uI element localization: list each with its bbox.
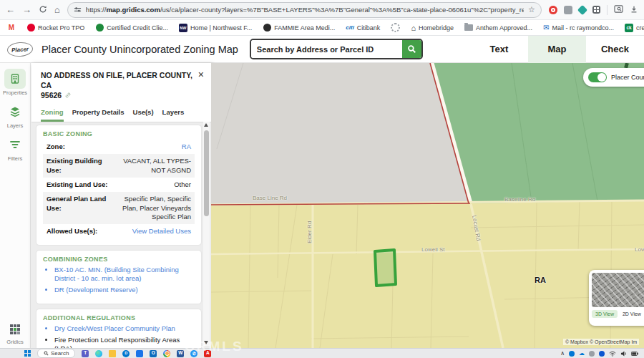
chrome-profile-icon[interactable] — [163, 350, 170, 357]
scrollbar-thumb[interactable] — [204, 130, 209, 216]
unzoned-area — [211, 63, 470, 205]
bookmark-rocket-pro[interactable]: Rocket Pro TPO — [26, 24, 84, 32]
teams-icon[interactable]: T — [82, 350, 89, 357]
view-detailed-uses-link[interactable]: View Detailed Uses — [112, 227, 191, 236]
tab-map[interactable]: Map — [528, 36, 586, 63]
app-icon[interactable] — [136, 350, 143, 357]
close-icon[interactable]: × — [198, 69, 204, 79]
edge-icon[interactable] — [95, 350, 102, 357]
refresh-icon[interactable] — [39, 5, 47, 15]
site-settings-icon[interactable] — [74, 4, 82, 16]
outlook-icon[interactable]: O — [150, 350, 157, 357]
combining-zone-link[interactable]: BX-10 AC. MIN. (Building Site Combining … — [54, 266, 195, 284]
battery-icon[interactable] — [631, 352, 638, 356]
tray-app-icon[interactable] — [589, 351, 595, 357]
bookmark-star-icon[interactable]: ☆ — [528, 6, 535, 14]
map-canvas — [211, 63, 644, 348]
existing-building-use-row: Existing Building Use:VACANT, ALL TYPES-… — [43, 154, 195, 178]
bookmark-northwest[interactable]: NWHome | Northwest F... — [179, 24, 252, 32]
sidebar-item-gridics[interactable]: Gridics — [0, 324, 30, 345]
phone-icon[interactable]: ✆ — [190, 350, 197, 357]
road-label: Baseline Rd — [504, 196, 535, 203]
scroll-down-icon[interactable] — [204, 341, 208, 344]
windows-start-icon[interactable] — [24, 350, 31, 357]
section-combining-zones: COMBINING ZONES BX-10 AC. MIN. (Building… — [36, 251, 201, 304]
address-bar[interactable]: https://map.gridics.com/us/ca/placer-cou… — [67, 2, 542, 18]
scroll-up-icon[interactable] — [204, 123, 208, 127]
screen: ← → ⌂ https://map.gridics.com/us/ca/plac… — [0, 0, 644, 358]
view-2d-button[interactable]: 2D View — [623, 311, 641, 316]
link-icon[interactable] — [64, 92, 72, 99]
search-input[interactable] — [251, 40, 402, 58]
tray-app-icon[interactable] — [569, 351, 575, 357]
volume-icon[interactable] — [620, 351, 627, 357]
panel-scrollbar[interactable] — [203, 122, 210, 346]
rocket-pro-icon — [26, 24, 35, 32]
toggle-on-icon[interactable] — [588, 72, 607, 82]
layers-icon — [4, 102, 26, 122]
back-icon[interactable]: ← — [6, 5, 15, 14]
bookmark-credit-karma[interactable]: ckcredit karma — [625, 24, 644, 32]
acrobat-icon[interactable]: A — [204, 350, 211, 357]
taskbar-search[interactable]: Search — [37, 349, 75, 358]
view-3d-button[interactable]: 3D View — [592, 310, 618, 318]
layer-toggle[interactable]: Placer Count — [583, 68, 644, 87]
bookmark-anthem-folder[interactable]: Anthem Approved... — [464, 24, 532, 32]
bookmark-gmail[interactable]: M — [7, 24, 16, 32]
panel-title: NO ADDRESS ON FILE, PLACER COUNTY, CA 95… — [41, 70, 192, 101]
sidebar-item-layers[interactable]: Layers — [0, 102, 30, 129]
diamond-extension-icon[interactable] — [577, 4, 587, 14]
gridics-grid-icon — [9, 324, 21, 338]
tab-check[interactable]: Check — [586, 36, 644, 63]
wifi-icon[interactable] — [609, 351, 616, 357]
bookmark-homebridge[interactable]: ⌂Homebridge — [411, 24, 454, 32]
bookmark-fammie[interactable]: FAMMIE Area Medi... — [263, 24, 335, 32]
allowed-uses-row: Allowed Use(s):View Detailed Uses — [43, 224, 195, 238]
zoning-map[interactable]: Base Line Rd Baseline Rd Elder Rd Locust… — [211, 63, 644, 348]
chevron-up-icon[interactable]: ∧ — [560, 351, 565, 357]
dell-icon[interactable]: D — [122, 350, 130, 357]
certified-credit-icon — [95, 24, 104, 32]
search-icon — [407, 44, 416, 54]
gmail-icon: M — [7, 24, 16, 32]
building-icon — [4, 69, 26, 89]
regulation-link[interactable]: Dry Creek/West Placer Community Plan — [54, 324, 195, 333]
folder-icon — [464, 24, 473, 31]
tab-text[interactable]: Text — [470, 36, 528, 63]
extension-icon[interactable] — [564, 6, 572, 14]
browser-toolbar: ← → ⌂ https://map.gridics.com/us/ca/plac… — [0, 0, 644, 20]
onedrive-icon[interactable]: ☁ — [579, 351, 585, 357]
bookmarks-bar: M Rocket Pro TPO Certified Credit Clie..… — [0, 20, 644, 36]
placer-logo: Placer — [6, 41, 33, 57]
bookmark-certified-credit[interactable]: Certified Credit Clie... — [95, 24, 168, 32]
gear-icon — [391, 23, 400, 32]
mail-icon: ✉ — [543, 24, 549, 32]
bookmark-misc[interactable] — [391, 23, 400, 32]
grid-extension-icon[interactable] — [592, 6, 600, 14]
bookmark-citibank[interactable]: citiCitibank — [346, 24, 380, 32]
regulation-item: Fire Protection Local Responsibility Are… — [54, 336, 195, 348]
word-icon[interactable]: W — [177, 350, 184, 357]
northwest-icon: NW — [179, 24, 187, 32]
selected-parcel[interactable] — [375, 250, 396, 286]
sidebar-item-properties[interactable]: Properties — [0, 69, 30, 96]
opera-extension-icon[interactable] — [549, 6, 557, 14]
tray-app-icon[interactable] — [599, 351, 605, 357]
section-basic-zoning: BASIC ZONING Zone:RA Existing Building U… — [36, 125, 201, 245]
zone-link[interactable]: RA — [112, 142, 191, 151]
satellite-preview[interactable] — [592, 273, 644, 307]
file-explorer-icon[interactable] — [109, 350, 116, 357]
panel-header: NO ADDRESS ON FILE, PLACER COUNTY, CA 95… — [31, 63, 211, 101]
extensions-area — [549, 4, 638, 16]
sidebar-rail: Properties Layers Filters Gridics — [0, 63, 31, 348]
map-attribution: © Mapbox © OpenStreetMap Im — [563, 339, 639, 345]
citibank-icon: citi — [346, 24, 354, 31]
forward-icon[interactable]: → — [22, 5, 31, 14]
search-button[interactable] — [402, 40, 421, 58]
bookmark-mail[interactable]: ✉Mail - rc raymondco... — [543, 24, 614, 32]
sidebar-item-filters[interactable]: Filters — [0, 135, 30, 162]
home-icon[interactable]: ⌂ — [54, 5, 60, 14]
download-icon[interactable] — [630, 4, 638, 16]
combining-zone-link[interactable]: DR (Development Reserve) — [54, 286, 195, 294]
side-search-icon[interactable] — [614, 4, 623, 16]
